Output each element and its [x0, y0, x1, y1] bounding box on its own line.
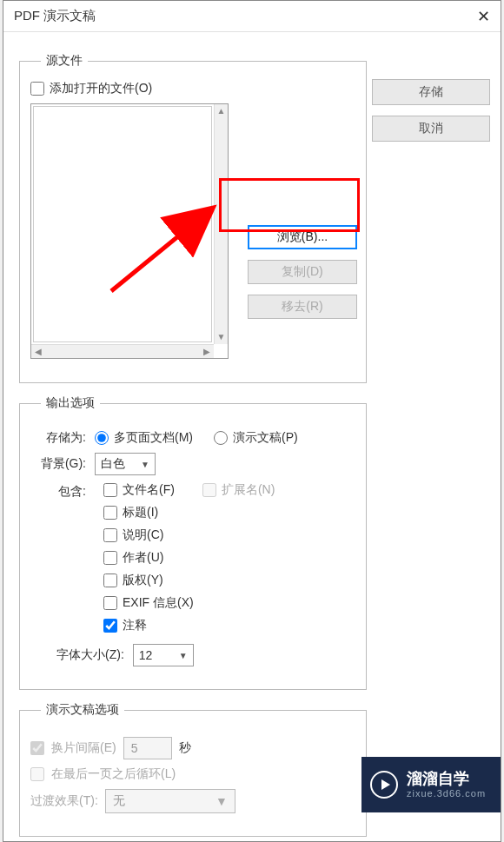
- presentation-options-group: 演示文稿选项 换片间隔(E) 5 秒 在最后一页之后循环(L) 过渡效果(T):…: [19, 702, 367, 837]
- cancel-button[interactable]: 取消: [372, 116, 490, 142]
- font-size-label: 字体大小(Z):: [56, 647, 124, 663]
- output-options-group: 输出选项 存储为: 多页面文档(M) 演示文稿(P) 背景(G): 白色 ▼: [19, 395, 367, 690]
- save-as-label: 存储为:: [30, 430, 86, 446]
- horizontal-scrollbar[interactable]: ◀ ▶: [31, 344, 214, 358]
- author-label: 作者(U): [123, 550, 163, 566]
- browse-button[interactable]: 浏览(B)...: [248, 225, 357, 249]
- include-column: 文件名(F) 扩展名(N) 标题(I) 说明(C): [103, 482, 275, 633]
- exif-checkbox[interactable]: [103, 596, 117, 610]
- author-checkbox[interactable]: [103, 551, 117, 565]
- source-files-legend: 源文件: [41, 53, 88, 69]
- play-icon: [370, 771, 398, 799]
- notes-checkbox[interactable]: [103, 619, 117, 633]
- close-icon[interactable]: ✕: [474, 7, 492, 26]
- scroll-right-icon[interactable]: ▶: [200, 345, 214, 358]
- multi-page-label: 多页面文档(M): [114, 430, 193, 446]
- add-open-files-label: 添加打开的文件(O): [50, 81, 152, 96]
- chevron-down-icon: ▼: [179, 651, 188, 660]
- title-checkbox[interactable]: [103, 506, 117, 520]
- dialog: PDF 演示文稿 ✕ 存储 取消 源文件 添加打开的文件(O) ▲ ▼ ◀: [3, 0, 501, 842]
- background-value: 白色: [101, 456, 125, 472]
- transition-label: 过渡效果(T):: [30, 793, 98, 809]
- multi-page-radio[interactable]: [95, 431, 109, 445]
- source-files-group: 源文件 添加打开的文件(O) ▲ ▼ ◀ ▶ 浏览(B)... 复制(D) 移: [19, 53, 367, 383]
- transition-select: 无 ▼: [105, 789, 235, 813]
- include-label: 包含:: [30, 484, 86, 500]
- scroll-down-icon[interactable]: ▼: [215, 330, 228, 344]
- save-button[interactable]: 存储: [372, 79, 490, 105]
- extension-checkbox: [202, 483, 216, 497]
- copyright-checkbox[interactable]: [103, 573, 117, 587]
- filename-checkbox[interactable]: [103, 483, 117, 497]
- copyright-label: 版权(Y): [123, 573, 163, 588]
- scroll-up-icon[interactable]: ▲: [215, 104, 228, 118]
- interval-label: 换片间隔(E): [51, 740, 116, 756]
- watermark-sub: zixue.3d66.com: [407, 788, 486, 799]
- dialog-title: PDF 演示文稿: [14, 8, 96, 24]
- vertical-scrollbar[interactable]: ▲ ▼: [214, 104, 228, 344]
- scroll-left-icon[interactable]: ◀: [31, 345, 45, 358]
- file-listbox-inner: [33, 106, 212, 342]
- title-label: 标题(I): [123, 505, 158, 520]
- transition-value: 无: [113, 793, 125, 809]
- chevron-down-icon: ▼: [216, 794, 228, 808]
- source-buttons-column: 浏览(B)... 复制(D) 移去(R): [248, 225, 357, 319]
- interval-checkbox: [30, 741, 44, 755]
- side-buttons: 存储 取消: [372, 79, 490, 142]
- watermark-name: 溜溜自学: [407, 770, 486, 789]
- font-size-value: 12: [139, 648, 153, 662]
- interval-value: 5: [131, 741, 138, 755]
- add-open-files-checkbox[interactable]: [30, 82, 44, 96]
- font-size-select[interactable]: 12 ▼: [133, 644, 194, 666]
- chevron-down-icon: ▼: [141, 460, 149, 469]
- notes-label: 注释: [123, 618, 147, 633]
- filename-label: 文件名(F): [123, 482, 175, 498]
- presentation-radio[interactable]: [214, 431, 228, 445]
- background-label: 背景(G):: [30, 456, 86, 472]
- presentation-options-legend: 演示文稿选项: [41, 702, 124, 718]
- description-checkbox[interactable]: [103, 528, 117, 542]
- interval-input: 5: [123, 737, 172, 759]
- exif-label: EXIF 信息(X): [123, 595, 194, 611]
- extension-label: 扩展名(N): [222, 482, 275, 498]
- duplicate-button[interactable]: 复制(D): [248, 260, 357, 284]
- seconds-label: 秒: [179, 740, 191, 756]
- description-label: 说明(C): [123, 527, 163, 543]
- presentation-label: 演示文稿(P): [233, 430, 298, 446]
- loop-checkbox: [30, 767, 44, 781]
- output-options-legend: 输出选项: [41, 395, 100, 411]
- file-listbox[interactable]: ▲ ▼ ◀ ▶: [30, 103, 229, 359]
- background-select[interactable]: 白色 ▼: [95, 453, 156, 475]
- titlebar: PDF 演示文稿 ✕: [3, 1, 501, 32]
- watermark-logo: 溜溜自学 zixue.3d66.com: [361, 757, 501, 812]
- content: 存储 取消 源文件 添加打开的文件(O) ▲ ▼ ◀ ▶: [3, 32, 501, 842]
- loop-label: 在最后一页之后循环(L): [51, 766, 176, 782]
- remove-button[interactable]: 移去(R): [248, 295, 357, 319]
